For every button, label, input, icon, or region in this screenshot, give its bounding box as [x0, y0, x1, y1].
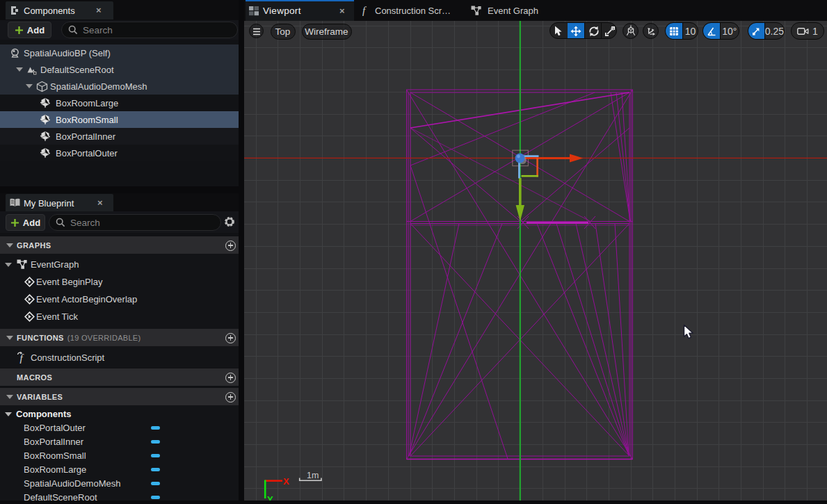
svg-text:1m: 1m [307, 471, 319, 480]
svg-text:f: f [362, 5, 367, 16]
svg-text:X: X [283, 476, 289, 487]
